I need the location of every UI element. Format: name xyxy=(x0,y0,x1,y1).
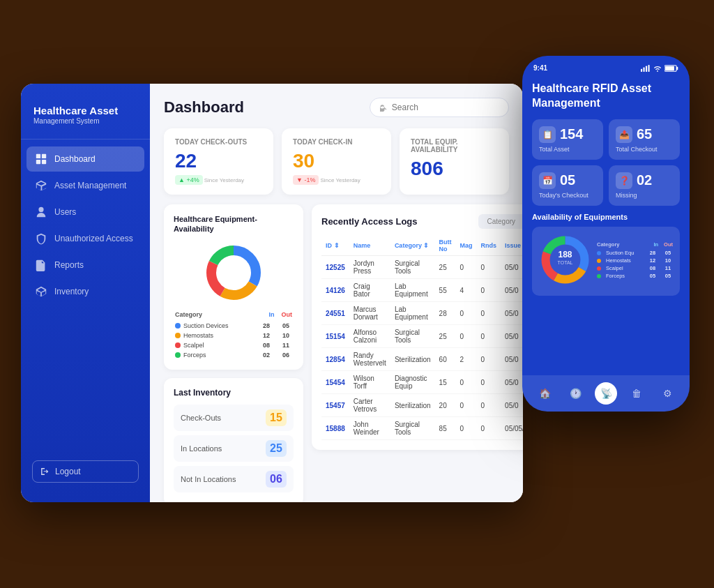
sidebar-item-asset-management[interactable]: Asset Management xyxy=(26,173,144,198)
cell-mag: 0 xyxy=(456,256,477,279)
cell-id: 12525 xyxy=(321,256,349,279)
donut-wrapper xyxy=(174,241,294,304)
phone-time: 9:41 xyxy=(533,64,547,72)
phone-stat-label-1: Total Checkout xyxy=(616,146,673,153)
shield-icon xyxy=(35,232,47,245)
stat-checkouts-label: Today CHECK-OUTs xyxy=(175,138,262,146)
file-icon xyxy=(35,259,47,271)
sidebar-item-dashboard[interactable]: Dashboard xyxy=(26,146,144,172)
stat-total-value: 806 xyxy=(411,158,498,180)
phone-tab-rfid[interactable]: 📡 xyxy=(595,382,617,405)
phone-tab-home[interactable]: 🏠 xyxy=(533,382,556,405)
phone-content: Healthcare RFID Asset Management 📋 154 T… xyxy=(522,76,690,375)
phone-legend-header: Category InOut xyxy=(597,241,673,248)
cell-mag: 0 xyxy=(456,302,477,325)
phone-stat-top-0: 📋 154 xyxy=(539,126,596,143)
phone-device: 9:41 Healthcare RFID Asset Management 📋 xyxy=(522,56,690,412)
cell-id: 24551 xyxy=(321,302,349,325)
col-issue: Issue xyxy=(501,236,523,256)
col-id: ID ⇕ xyxy=(321,236,349,256)
svg-rect-3 xyxy=(42,160,46,164)
sidebar-nav: Dashboard Asset Management Users xyxy=(21,146,150,455)
sidebar-item-unauthorized[interactable]: Unauthorized Access xyxy=(26,226,144,251)
sidebar-item-reports[interactable]: Reports xyxy=(26,252,144,278)
cell-butt: 20 xyxy=(435,394,456,417)
wifi-icon xyxy=(653,65,662,72)
cell-issue: 05/0 xyxy=(501,302,523,325)
phone-donut-wrap: 188 TOTAL xyxy=(539,234,591,289)
phone-equip-legend: Category InOut Suction Equ 2805 Hemostat… xyxy=(597,241,673,280)
phone-stat-num-0: 154 xyxy=(560,126,583,142)
col-butt: Butt No xyxy=(435,236,456,256)
cell-category: Sterilization xyxy=(390,394,435,417)
table-row: 14126 Craig Bator Lab Equipment 55 4 0 0… xyxy=(321,279,523,302)
table-row: 15888 John Weinder Surgical Tools 85 0 0… xyxy=(321,417,523,440)
cell-name: John Weinder xyxy=(349,417,390,440)
cell-id: 15154 xyxy=(321,325,349,348)
cube-icon xyxy=(35,285,47,298)
logs-card: Recently Access Logs Category ID ⇕ Name … xyxy=(312,204,523,450)
inv-value-checkouts: 15 xyxy=(266,409,287,426)
inv-label-checkouts: Check-Outs xyxy=(181,414,221,422)
stat-checkin: Today CHECK-In 30 ▼ -1%Since Yesterday xyxy=(282,128,391,195)
inv-row-inloc: In Locations 25 xyxy=(174,435,294,462)
svg-rect-9 xyxy=(644,67,645,71)
sidebar-label-reports: Reports xyxy=(54,260,84,270)
phone-tab-trash[interactable]: 🗑 xyxy=(625,382,648,405)
search-input[interactable] xyxy=(392,103,499,112)
cell-issue: 05/05/2 xyxy=(501,417,523,440)
col-rnds: Rnds xyxy=(477,236,501,256)
cell-rnds: 0 xyxy=(477,279,501,302)
box-icon xyxy=(35,179,47,192)
stat-checkin-label: Today CHECK-In xyxy=(293,138,380,146)
cell-id: 15888 xyxy=(321,417,349,440)
phone-tab-history[interactable]: 🕐 xyxy=(564,382,586,405)
cell-name: Jordyn Press xyxy=(349,256,390,279)
stat-checkin-since: Since Yesterday xyxy=(320,177,360,183)
cell-butt: 25 xyxy=(435,325,456,348)
logs-tbody: 12525 Jordyn Press Surgical Tools 25 0 0… xyxy=(321,256,523,440)
cell-issue: 05/0 xyxy=(501,279,523,302)
phone-stat-top-2: 📅 05 xyxy=(539,172,596,189)
sidebar-item-users[interactable]: Users xyxy=(26,199,144,225)
stat-checkin-badge: ▼ -1% xyxy=(293,175,319,185)
phone-legend-row-2: Scalpel 0811 xyxy=(597,265,673,271)
sidebar-item-inventory[interactable]: Inventory xyxy=(26,279,144,304)
cell-mag: 0 xyxy=(456,371,477,394)
cell-butt: 60 xyxy=(435,348,456,371)
bottom-row: Healthcare Equipment-Availability xyxy=(164,204,509,502)
logs-thead: ID ⇕ Name Category ⇕ Butt No Mag Rnds Is… xyxy=(321,236,523,256)
cell-id: 15454 xyxy=(321,371,349,394)
cat-row-scalpel: Scalpel 0811 xyxy=(174,340,294,350)
col-category: Category ⇕ xyxy=(390,236,435,256)
sidebar-label-users: Users xyxy=(54,207,76,217)
right-col: Recently Access Logs Category ID ⇕ Name … xyxy=(312,204,523,502)
signal-icon xyxy=(641,65,651,72)
logout-button[interactable]: Logout xyxy=(32,460,139,483)
phone-stat-label-0: Total Asset xyxy=(539,146,596,153)
cell-rnds: 0 xyxy=(477,325,501,348)
col-mag: Mag xyxy=(456,236,477,256)
cell-rnds: 0 xyxy=(477,302,501,325)
sidebar-label-unauthorized: Unauthorized Access xyxy=(54,234,133,243)
svg-rect-13 xyxy=(665,66,674,70)
phone-tab-settings[interactable]: ⚙ xyxy=(656,382,678,405)
cell-butt: 28 xyxy=(435,302,456,325)
category-filter[interactable]: Category xyxy=(478,214,523,229)
phone-stat-label-3: Missing xyxy=(616,192,673,199)
logs-header-row: ID ⇕ Name Category ⇕ Butt No Mag Rnds Is… xyxy=(321,236,523,256)
app-subtitle: Management System xyxy=(33,117,137,125)
donut-card: Healthcare Equipment-Availability xyxy=(164,204,303,370)
sidebar-label-inventory: Inventory xyxy=(54,287,89,296)
phone-legend-row-0: Suction Equ 2805 xyxy=(597,250,673,256)
table-row: 24551 Marcus Dorwart Lab Equipment 28 0 … xyxy=(321,302,523,325)
table-row: 12854 Randy Westervelt Sterilization 60 … xyxy=(321,348,523,371)
cell-rnds: 0 xyxy=(477,348,501,371)
svg-rect-10 xyxy=(646,66,647,71)
cell-category: Lab Equipment xyxy=(390,279,435,302)
phone-stat-num-2: 05 xyxy=(560,172,575,188)
grid-icon xyxy=(35,153,47,165)
cat-row-suction: Suction Devices 2805 xyxy=(174,321,294,331)
cat-header: Category InOut xyxy=(174,311,294,318)
search-bar[interactable] xyxy=(370,98,509,117)
